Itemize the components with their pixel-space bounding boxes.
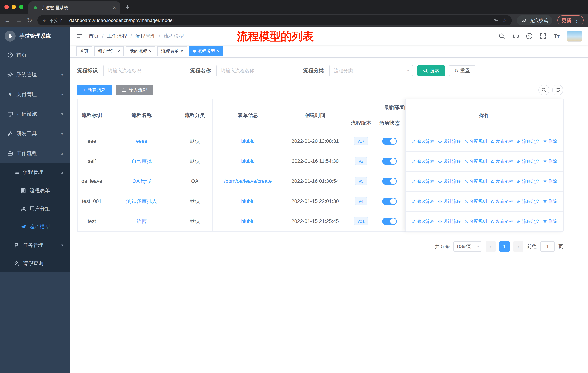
page-size-select[interactable]: 10条/页 ▾: [453, 241, 482, 252]
url-bar[interactable]: ⚠ 不安全 dashboard.yudao.iocoder.cn/bpm/man…: [37, 15, 512, 26]
sidebar-item-workflow[interactable]: 工作流程 ▴: [0, 143, 70, 163]
back-button[interactable]: ←: [4, 17, 10, 23]
browser-tab[interactable]: 芋道管理系统 ×: [28, 1, 120, 14]
sidebar-item-infrastructure[interactable]: 基础设施 ▾: [0, 104, 70, 124]
window-minimize-button[interactable]: [12, 5, 16, 9]
publish-process-link[interactable]: 发布流程: [490, 199, 513, 204]
process-definition-link[interactable]: 流程定义: [516, 138, 539, 144]
prev-page-button[interactable]: ‹: [486, 241, 496, 252]
font-size-icon[interactable]: TT: [554, 33, 560, 40]
assign-rule-link[interactable]: 分配规则: [464, 138, 487, 144]
tag-process-model[interactable]: 流程模型 ×: [189, 46, 223, 56]
tag-home[interactable]: 首页: [76, 46, 92, 56]
reload-button[interactable]: ↻: [27, 17, 32, 23]
edit-process-link[interactable]: 修改流程: [411, 199, 435, 204]
design-process-link[interactable]: 设计流程: [438, 159, 461, 164]
forward-button[interactable]: →: [16, 17, 22, 23]
browser-update-button[interactable]: 更新 ⋮: [557, 15, 584, 25]
sidebar-item-task-management[interactable]: 任务管理 ▾: [0, 236, 70, 254]
window-zoom-button[interactable]: [19, 5, 23, 9]
browser-menu-icon[interactable]: ⋮: [574, 18, 579, 23]
sidebar-item-process-management[interactable]: 流程管理 ▴: [0, 163, 70, 181]
form-info-link[interactable]: biubiu: [241, 158, 255, 164]
delete-process-link[interactable]: 删除: [543, 199, 557, 204]
delete-process-link[interactable]: 删除: [543, 138, 557, 144]
form-info-link[interactable]: biubiu: [241, 138, 255, 144]
breadcrumb-workflow[interactable]: 工作流程: [107, 33, 127, 40]
process-name-link[interactable]: eeee: [136, 138, 147, 144]
import-process-button[interactable]: 导入流程: [116, 85, 153, 95]
design-process-link[interactable]: 设计流程: [438, 199, 461, 204]
sidebar-item-system-management[interactable]: 系统管理 ▾: [0, 65, 70, 84]
sidebar-item-dev-tools[interactable]: 研发工具 ▾: [0, 124, 70, 143]
bookmark-star-icon[interactable]: ☆: [502, 18, 507, 23]
edit-process-link[interactable]: 修改流程: [411, 179, 435, 184]
toggle-search-button[interactable]: [538, 84, 549, 95]
sidebar-item-home[interactable]: 首页: [0, 45, 70, 65]
breadcrumb-home[interactable]: 首页: [89, 33, 99, 40]
process-definition-link[interactable]: 流程定义: [516, 179, 539, 184]
tab-close-icon[interactable]: ×: [113, 5, 116, 11]
active-switch[interactable]: [382, 138, 397, 145]
user-avatar[interactable]: [567, 30, 582, 41]
page-1-button[interactable]: 1: [499, 241, 510, 252]
close-icon[interactable]: ×: [149, 49, 152, 54]
tag-my-process[interactable]: 我的流程 ×: [126, 46, 155, 56]
assign-rule-link[interactable]: 分配规则: [464, 159, 487, 164]
reset-button[interactable]: ↻ 重置: [449, 65, 475, 76]
process-name-link[interactable]: 滔博: [136, 218, 147, 224]
process-name-link[interactable]: OA 请假: [132, 178, 151, 184]
edit-process-link[interactable]: 修改流程: [411, 159, 435, 164]
fullscreen-icon[interactable]: [540, 33, 546, 39]
publish-process-link[interactable]: 发布流程: [490, 159, 513, 164]
design-process-link[interactable]: 设计流程: [438, 219, 461, 224]
process-id-input[interactable]: [103, 65, 184, 77]
tag-process-form[interactable]: 流程表单 ×: [158, 46, 187, 56]
process-name-input[interactable]: [216, 65, 297, 77]
password-key-icon[interactable]: [493, 18, 499, 23]
edit-process-link[interactable]: 修改流程: [411, 138, 435, 144]
close-icon[interactable]: ×: [217, 49, 220, 54]
process-category-select[interactable]: 流程分类 ▾: [329, 65, 413, 77]
new-tab-button[interactable]: +: [126, 4, 130, 11]
sidebar-item-user-group[interactable]: 用户分组: [0, 200, 70, 218]
create-process-button[interactable]: + 新建流程: [77, 85, 112, 95]
refresh-table-button[interactable]: [552, 84, 563, 95]
publish-process-link[interactable]: 发布流程: [490, 179, 513, 184]
sidebar-item-process-form[interactable]: 流程表单: [0, 181, 70, 200]
active-switch[interactable]: [382, 178, 397, 185]
design-process-link[interactable]: 设计流程: [438, 179, 461, 184]
search-icon[interactable]: [499, 33, 505, 39]
search-button[interactable]: 搜索: [417, 65, 445, 76]
delete-process-link[interactable]: 删除: [543, 219, 557, 224]
assign-rule-link[interactable]: 分配规则: [464, 199, 487, 204]
window-close-button[interactable]: [4, 5, 9, 9]
tag-tenant-management[interactable]: 租户管理 ×: [94, 46, 124, 56]
form-info-link[interactable]: biubiu: [241, 218, 255, 224]
process-definition-link[interactable]: 流程定义: [516, 219, 539, 224]
form-info-link[interactable]: biubiu: [241, 198, 255, 204]
github-icon[interactable]: [512, 33, 519, 39]
process-name-link[interactable]: 测试多审批人: [126, 198, 157, 204]
active-switch[interactable]: [382, 218, 397, 225]
active-switch[interactable]: [382, 198, 397, 205]
edit-process-link[interactable]: 修改流程: [411, 219, 435, 224]
active-switch[interactable]: [382, 158, 397, 165]
sidebar-item-payment-management[interactable]: ¥ 支付管理 ▾: [0, 84, 70, 104]
publish-process-link[interactable]: 发布流程: [490, 219, 513, 224]
publish-process-link[interactable]: 发布流程: [490, 138, 513, 144]
sidebar-item-process-model[interactable]: 流程模型: [0, 218, 70, 236]
process-definition-link[interactable]: 流程定义: [516, 199, 539, 204]
sidebar-item-leave-query[interactable]: 请假查询: [0, 254, 70, 272]
sidebar-toggle-button[interactable]: [76, 33, 83, 39]
assign-rule-link[interactable]: 分配规则: [464, 219, 487, 224]
design-process-link[interactable]: 设计流程: [438, 138, 461, 144]
process-name-link[interactable]: 自己审批: [131, 158, 152, 164]
process-definition-link[interactable]: 流程定义: [516, 159, 539, 164]
close-icon[interactable]: ×: [117, 49, 120, 54]
delete-process-link[interactable]: 删除: [543, 159, 557, 164]
delete-process-link[interactable]: 删除: [543, 179, 557, 184]
assign-rule-link[interactable]: 分配规则: [464, 179, 487, 184]
breadcrumb-process-management[interactable]: 流程管理: [135, 33, 156, 40]
next-page-button[interactable]: ›: [513, 241, 524, 252]
